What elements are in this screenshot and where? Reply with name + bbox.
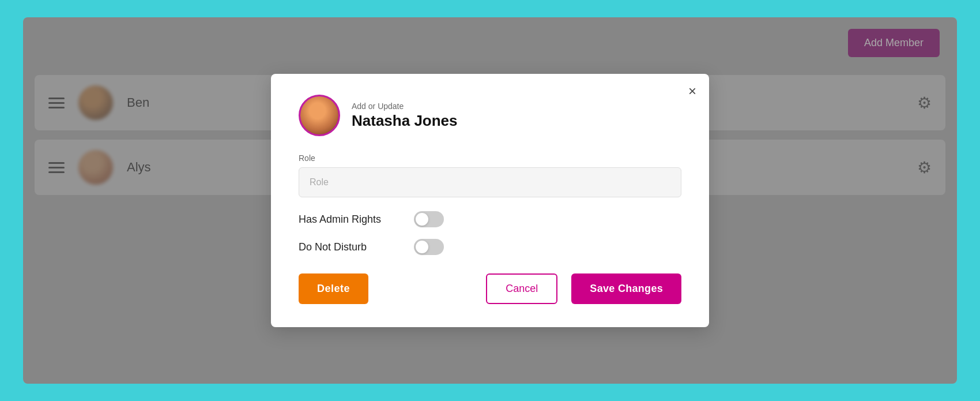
role-label: Role: [299, 153, 681, 163]
delete-button[interactable]: Delete: [299, 273, 368, 304]
close-button[interactable]: ×: [688, 84, 696, 98]
cancel-button[interactable]: Cancel: [486, 273, 557, 304]
modal-title-group: Add or Update Natasha Jones: [352, 102, 458, 130]
modal-avatar-inner: [300, 96, 338, 134]
modal-avatar: [299, 95, 340, 136]
role-input[interactable]: [299, 167, 681, 197]
modal-overlay: × Add or Update Natasha Jones Role Has A: [23, 17, 957, 384]
modal-dialog: × Add or Update Natasha Jones Role Has A: [271, 74, 709, 327]
modal-subtitle: Add or Update: [352, 102, 458, 111]
modal-title: Natasha Jones: [352, 112, 458, 130]
role-form-group: Role: [299, 153, 681, 197]
admin-rights-label: Has Admin Rights: [299, 213, 402, 226]
modal-actions: Delete Cancel Save Changes: [299, 273, 681, 304]
do-not-disturb-row: Do Not Disturb: [299, 239, 681, 255]
background-content: Add Member Ben ⚙ Alys ⚙ ×: [23, 17, 957, 384]
save-changes-button[interactable]: Save Changes: [571, 273, 681, 304]
app-container: Add Member Ben ⚙ Alys ⚙ ×: [23, 17, 957, 384]
modal-header: Add or Update Natasha Jones: [299, 95, 681, 136]
do-not-disturb-label: Do Not Disturb: [299, 241, 402, 253]
do-not-disturb-toggle[interactable]: [414, 239, 444, 255]
admin-rights-toggle[interactable]: [414, 211, 444, 227]
admin-rights-row: Has Admin Rights: [299, 211, 681, 227]
